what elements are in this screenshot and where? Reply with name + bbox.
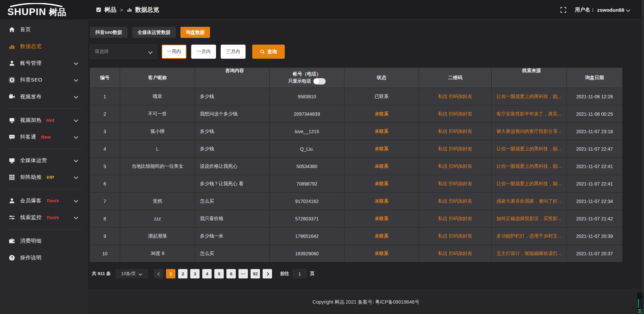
range-button-2[interactable]: 一月内 xyxy=(191,45,216,59)
page-button-2[interactable]: 2 xyxy=(178,269,187,278)
next-page-button[interactable] xyxy=(263,269,272,278)
source-link[interactable]: 让你一眼就爱上的黑科技，能... xyxy=(496,146,561,152)
search-button[interactable]: 查询 xyxy=(252,45,285,59)
content-value: 多少钱 xyxy=(200,128,214,135)
qr-link[interactable]: 私信 扫码加好友 xyxy=(438,198,472,204)
qr-cell[interactable]: 私信 扫码加好友 xyxy=(419,105,492,123)
source-cell[interactable]: 被大家追着问的客厅投影分享... xyxy=(492,123,567,140)
sidebar-item-expense-detail[interactable]: 消费明细 xyxy=(0,232,88,249)
sidebar-item-help[interactable]: ?操作说明 xyxy=(0,249,88,266)
qr-link[interactable]: 私信 扫码加好友 xyxy=(438,251,472,257)
account-value: love__1215 xyxy=(295,129,319,134)
source-link[interactable]: 让你一眼就爱上的黑科技，能... xyxy=(496,181,561,187)
source-link[interactable]: 感谢大家喜欢我家，被问了好... xyxy=(496,198,561,204)
qr-cell[interactable]: 私信 扫码加好友 xyxy=(419,227,492,245)
tab-1[interactable]: 抖音seo数据 xyxy=(90,27,127,38)
breadcrumb-root[interactable]: 树品 xyxy=(104,6,116,14)
page-button-5[interactable]: 5 xyxy=(214,269,224,278)
main-content: 抖音seo数据全媒体运营数据询盘数据 请选择 一周内一月内三月内 查询 编号客户… xyxy=(88,19,644,314)
sidebar-item-account-management[interactable]: 账号管理 xyxy=(0,55,88,71)
qr-cell[interactable]: 私信 扫码加好友 xyxy=(419,210,492,227)
qr-cell[interactable]: 私信 扫码加好友 xyxy=(419,140,492,158)
qr-link[interactable]: 私信 扫码加好友 xyxy=(438,146,472,152)
sidebar-item-data-overview[interactable]: 数据总览 xyxy=(0,38,88,55)
goto-page-input[interactable] xyxy=(292,269,307,278)
no-cell: 6 xyxy=(90,175,120,193)
phone-only-toggle[interactable] xyxy=(313,78,326,85)
source-cell[interactable]: 感谢大家喜欢我家，被问了好... xyxy=(492,193,567,210)
fullscreen-icon[interactable] xyxy=(560,7,566,13)
account-value: 572803371 xyxy=(295,216,319,221)
sidebar-item-douketong[interactable]: 抖客通New xyxy=(0,128,88,145)
source-cell[interactable]: 让你一眼就爱上的黑科技，能... xyxy=(492,140,567,158)
source-cell[interactable]: 多功能护栏灯，适用于乡村文... xyxy=(492,227,567,245)
range-button-3[interactable]: 三月内 xyxy=(221,45,246,59)
filter-select[interactable]: 请选择 xyxy=(90,45,157,59)
account-cell: 2097344839 xyxy=(270,105,344,123)
qr-cell[interactable]: 私信 扫码加好友 xyxy=(419,158,492,175)
qr-cell[interactable]: 私信 扫码加好友 xyxy=(419,245,492,262)
page-size-select[interactable]: 10条/页 xyxy=(115,269,148,278)
page-button-4[interactable]: 4 xyxy=(202,269,212,278)
source-link[interactable]: 多功能护栏灯，适用于乡村文... xyxy=(496,233,561,239)
sidebar-item-home[interactable]: 首页 xyxy=(0,21,88,38)
source-link[interactable]: 如何正确选择投影仪，买投影... xyxy=(496,216,561,222)
column-header-no: 编号 xyxy=(90,68,120,88)
status-badge: 未联系 xyxy=(375,233,388,239)
sidebar-item-video-heat[interactable]: 视频加热Hot xyxy=(0,112,88,128)
breadcrumb-current: 数据总览 xyxy=(135,6,159,14)
source-link[interactable]: 让你一眼就爱上的黑科技，能... xyxy=(496,163,561,169)
qr-link[interactable]: 私信 扫码加好友 xyxy=(438,233,472,239)
qr-cell[interactable]: 私信 扫码加好友 xyxy=(419,175,492,193)
source-cell[interactable]: 让你一眼就爱上的黑科技，能... xyxy=(492,175,567,193)
source-cell[interactable]: 无主灯设计，智能磁吸轨道灯... xyxy=(492,245,567,262)
qr-link[interactable]: 私信 扫码加好友 xyxy=(438,94,472,100)
sidebar-item-leads-monitor[interactable]: 线索监控Tools xyxy=(0,209,88,226)
tab-2[interactable]: 全媒体运营数据 xyxy=(132,27,176,38)
home-icon xyxy=(9,27,15,33)
sidebar-item-douyin-seo[interactable]: 抖音SEO xyxy=(0,71,88,88)
no-cell: 1 xyxy=(90,88,120,105)
source-link[interactable]: 被大家追着问的客厅投影分享... xyxy=(496,128,561,135)
source-cell[interactable]: 客厅安装投影半年多了，真实... xyxy=(492,105,567,123)
tab-3[interactable]: 询盘数据 xyxy=(180,27,210,38)
no-value: 3 xyxy=(104,129,106,134)
source-cell[interactable]: 如何正确选择投影仪，买投影... xyxy=(492,210,567,227)
scrollbar[interactable] xyxy=(642,0,644,314)
qr-cell[interactable]: 私信 扫码加好友 xyxy=(419,193,492,210)
sidebar-item-video-publish[interactable]: 视频发布 xyxy=(0,88,88,105)
source-link[interactable]: 让你一眼就爱上的黑科技，能... xyxy=(496,94,561,100)
source-link[interactable]: 无主灯设计，智能磁吸轨道灯... xyxy=(496,251,561,257)
date-cell: 2021-11-07 22:41 xyxy=(567,175,623,193)
page-button-1[interactable]: 1 xyxy=(166,269,175,278)
source-cell[interactable]: 让你一眼就爱上的黑科技，能... xyxy=(492,158,567,175)
no-cell: 3 xyxy=(90,123,120,140)
no-cell: 7 xyxy=(90,193,120,210)
account-cell: 9583810 xyxy=(270,88,344,105)
user-menu[interactable]: 用户名： zswodun88 xyxy=(575,7,630,13)
qr-link[interactable]: 私信 扫码加好友 xyxy=(438,111,472,117)
qr-cell[interactable]: 私信 扫码加好友 xyxy=(419,88,492,105)
page-button-3[interactable]: 3 xyxy=(190,269,200,278)
source-cell[interactable]: 让你一眼就爱上的黑科技，能... xyxy=(492,88,567,105)
range-button-1[interactable]: 一周内 xyxy=(162,45,186,59)
chevron-right-icon xyxy=(266,272,269,275)
qr-link[interactable]: 私信 扫码加好友 xyxy=(438,163,472,169)
prev-page-button[interactable] xyxy=(154,269,163,278)
qr-link[interactable]: 私信 扫码加好友 xyxy=(438,181,472,187)
account-cell: 50534380 xyxy=(270,158,344,175)
sidebar-item-all-media-operation[interactable]: 全媒体运营 xyxy=(0,152,88,169)
sidebar-item-member-baoke[interactable]: 会员爆客Tools xyxy=(0,192,88,209)
source-link[interactable]: 客厅安装投影半年多了，真实... xyxy=(496,111,561,117)
sidebar-item-matrix-boost[interactable]: 矩阵助推VIP xyxy=(0,169,88,186)
page-ellipsis[interactable]: ••• xyxy=(238,269,248,278)
page-button-92[interactable]: 92 xyxy=(251,269,260,278)
page-button-6[interactable]: 6 xyxy=(226,269,236,278)
sidebar-item-label: 会员爆客 xyxy=(20,197,42,204)
qr-link[interactable]: 私信 扫码加好友 xyxy=(438,128,472,135)
date-value: 2021-11-07 22:47 xyxy=(576,146,613,152)
display-icon xyxy=(9,157,15,164)
qr-link[interactable]: 私信 扫码加好友 xyxy=(438,216,472,222)
question-icon: ? xyxy=(9,255,15,261)
qr-cell[interactable]: 私信 扫码加好友 xyxy=(419,123,492,140)
